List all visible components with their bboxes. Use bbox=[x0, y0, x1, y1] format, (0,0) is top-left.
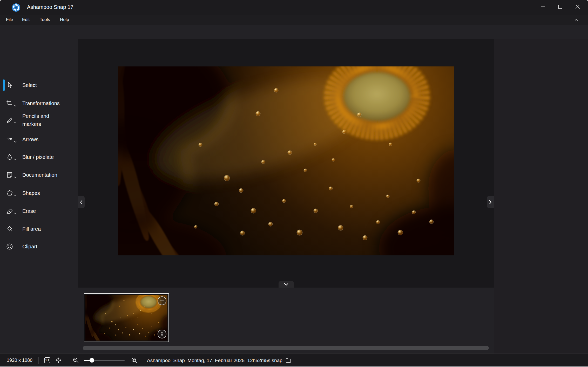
sidebar-item-fill-area[interactable]: Fill area bbox=[0, 223, 78, 235]
toolbar: Share bbox=[0, 25, 588, 39]
image-dimensions: 1920 x 1080 bbox=[7, 358, 32, 363]
statusbar-separator bbox=[67, 357, 67, 364]
sidebar-item-clipart[interactable]: Clipart bbox=[0, 240, 78, 253]
fit-to-window-button[interactable] bbox=[55, 357, 62, 364]
scroll-right-button[interactable] bbox=[487, 196, 494, 208]
zoom-in-button[interactable] bbox=[131, 357, 138, 364]
droplet-icon bbox=[6, 153, 13, 161]
chevron-right-icon bbox=[489, 200, 492, 205]
captured-image bbox=[118, 66, 454, 255]
eraser-icon bbox=[6, 207, 13, 215]
pentagon-icon bbox=[6, 189, 13, 197]
status-bar: 1920 x 1080 1:1 bbox=[0, 354, 588, 367]
move-arrows-icon bbox=[55, 357, 62, 364]
zoom-in-icon bbox=[131, 357, 138, 364]
minimize-button[interactable] bbox=[535, 2, 550, 12]
open-file-location-button[interactable] bbox=[285, 357, 292, 364]
current-filename: Ashampoo_Snap_Montag, 17. Februar 2025_1… bbox=[147, 358, 282, 363]
menu-file[interactable]: File bbox=[4, 15, 15, 25]
chevron-down-icon bbox=[14, 176, 17, 179]
horizontal-scrollbar[interactable] bbox=[83, 346, 489, 350]
right-panel bbox=[494, 39, 588, 354]
title-bar: Ashampoo Snap 17 bbox=[0, 0, 588, 15]
sidebar-item-shapes[interactable]: Shapes bbox=[0, 187, 78, 199]
scroll-left-button[interactable] bbox=[78, 196, 85, 208]
maximize-button[interactable] bbox=[553, 2, 568, 12]
close-button[interactable] bbox=[570, 2, 585, 12]
chevron-down-icon bbox=[14, 158, 17, 161]
thumbnail-image bbox=[85, 295, 167, 341]
app-logo-icon bbox=[11, 3, 21, 12]
sidebar-item-pencils-markers[interactable]: Pencils and markers bbox=[0, 112, 78, 128]
sidebar-item-arrows[interactable]: Arrows bbox=[0, 133, 78, 146]
chevron-down-icon bbox=[14, 194, 17, 197]
chevron-down-icon bbox=[14, 212, 17, 215]
sidebar-item-blur-pixelate[interactable]: Blur / pixelate bbox=[0, 151, 78, 163]
note-icon bbox=[6, 171, 13, 179]
trash-icon bbox=[160, 332, 164, 336]
svg-text:1:1: 1:1 bbox=[45, 359, 49, 362]
zoom-out-button[interactable] bbox=[72, 357, 79, 364]
app-window: Ashampoo Snap 17 File Edit Tools Help bbox=[0, 0, 588, 367]
delete-capture-button[interactable] bbox=[158, 330, 166, 338]
chevron-down-icon bbox=[14, 104, 17, 107]
menu-help[interactable]: Help bbox=[58, 15, 71, 25]
thumbnail-strip bbox=[78, 288, 494, 354]
crop-icon bbox=[6, 99, 13, 107]
sidebar-item-select[interactable]: Select bbox=[0, 79, 78, 91]
zoom-slider[interactable] bbox=[84, 360, 125, 361]
actual-size-button[interactable]: 1:1 bbox=[44, 357, 51, 364]
window-title: Ashampoo Snap 17 bbox=[27, 4, 73, 10]
plus-icon bbox=[160, 299, 164, 303]
menu-tools[interactable]: Tools bbox=[38, 15, 52, 25]
statusbar-separator bbox=[142, 357, 142, 364]
chevron-up-icon bbox=[574, 18, 578, 21]
sidebar-item-documentation[interactable]: Documentation bbox=[0, 169, 78, 181]
statusbar-separator bbox=[38, 357, 39, 364]
zoom-out-icon bbox=[72, 357, 79, 364]
smiley-icon bbox=[6, 243, 13, 250]
one-to-one-icon: 1:1 bbox=[44, 357, 51, 364]
chevron-left-icon bbox=[79, 200, 83, 205]
tool-sidebar: Select Transformations Pencils and marke… bbox=[0, 39, 78, 354]
collapse-thumbnails-button[interactable] bbox=[279, 281, 294, 288]
zoom-slider-handle[interactable] bbox=[90, 358, 94, 363]
cursor-icon bbox=[6, 81, 13, 89]
sidebar-separator bbox=[0, 55, 78, 55]
editor-canvas[interactable] bbox=[78, 39, 494, 288]
chevron-down-icon bbox=[283, 282, 289, 286]
marker-icon bbox=[6, 116, 13, 124]
menu-bar: File Edit Tools Help bbox=[0, 15, 588, 25]
add-capture-button[interactable] bbox=[158, 296, 166, 305]
menu-edit[interactable]: Edit bbox=[21, 15, 31, 25]
arrow-icon bbox=[6, 135, 13, 143]
capture-thumbnail[interactable] bbox=[84, 293, 169, 342]
active-indicator bbox=[3, 79, 5, 91]
sidebar-item-erase[interactable]: Erase bbox=[0, 205, 78, 217]
chevron-down-icon bbox=[14, 121, 17, 124]
folder-icon bbox=[285, 357, 292, 364]
collapse-menu-button[interactable] bbox=[573, 17, 580, 23]
sidebar-item-transformations[interactable]: Transformations bbox=[0, 97, 78, 110]
fill-bucket-icon bbox=[6, 225, 13, 233]
chevron-down-icon bbox=[14, 140, 17, 143]
